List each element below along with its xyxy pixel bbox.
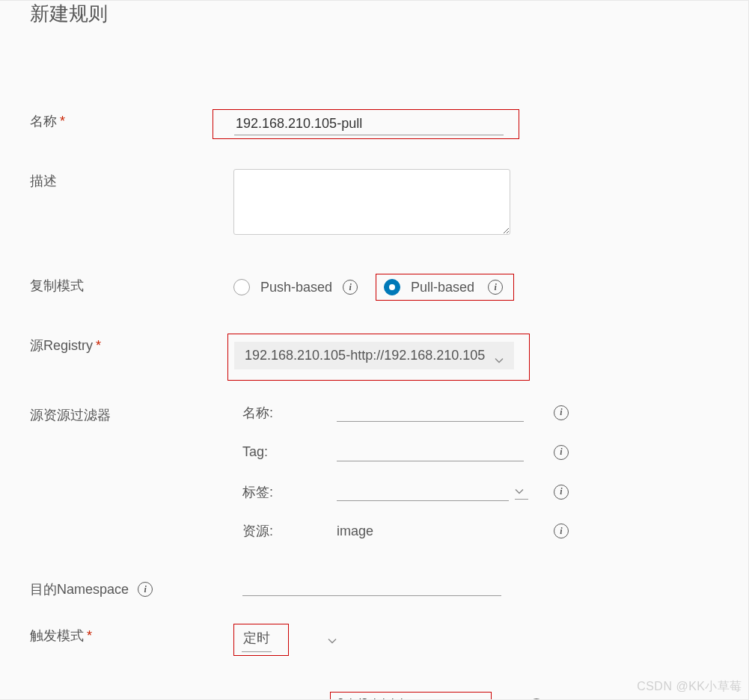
radio-circle-push: [233, 279, 250, 295]
row-name: 名称*: [30, 109, 718, 139]
filter-tag-input[interactable]: [337, 443, 524, 461]
filter-label-input[interactable]: [337, 482, 509, 501]
row-trigger: 触发模式* 定时 Cron String * i: [30, 624, 718, 700]
radio-label-pull: Pull-based: [411, 280, 474, 295]
info-icon[interactable]: i: [554, 445, 569, 460]
filter-row-tag: Tag: i: [242, 443, 718, 461]
source-registry-value: 192.168.210.105-http://192.168.210.105: [245, 348, 485, 363]
filter-name-input[interactable]: [337, 403, 524, 422]
filter-resource-value: image: [337, 524, 373, 539]
radio-push-based[interactable]: Push-based i: [233, 279, 358, 295]
chevron-down-icon[interactable]: [328, 633, 337, 647]
row-description: 描述: [30, 169, 718, 238]
filter-row-label: 标签: i: [242, 482, 718, 501]
chevron-down-icon: [495, 351, 504, 360]
label-name: 名称*: [30, 109, 233, 130]
label-replication-mode: 复制模式: [30, 274, 233, 295]
filter-label-name: 名称:: [242, 404, 337, 422]
chevron-down-icon[interactable]: [515, 485, 528, 500]
highlight-source-registry: 192.168.210.105-http://192.168.210.105: [227, 334, 530, 381]
trigger-select[interactable]: 定时: [242, 627, 272, 652]
page-title: 新建规则: [30, 1, 718, 27]
filter-label-resource: 资源:: [242, 522, 337, 540]
radio-circle-pull: [384, 279, 400, 295]
cron-input[interactable]: [334, 695, 488, 700]
row-source-registry: 源Registry* 192.168.210.105-http://192.16…: [30, 334, 718, 381]
filter-row-name: 名称: i: [242, 403, 718, 422]
row-replication-mode: 复制模式 Push-based i Pull-based i: [30, 274, 718, 301]
required-marker: *: [87, 628, 92, 643]
dest-namespace-input[interactable]: [242, 577, 501, 596]
info-icon[interactable]: i: [554, 524, 569, 538]
highlight-trigger: 定时: [233, 624, 289, 656]
label-description: 描述: [30, 169, 233, 190]
required-marker: *: [96, 338, 101, 353]
filter-label-tag: Tag:: [242, 444, 337, 460]
row-dest-namespace: 目的Namespace i: [30, 577, 718, 598]
required-marker: *: [60, 114, 65, 129]
radio-label-push: Push-based: [260, 280, 332, 295]
info-icon[interactable]: i: [554, 405, 569, 420]
name-input[interactable]: [234, 113, 504, 135]
filter-label-label: 标签:: [242, 483, 337, 501]
info-icon[interactable]: i: [343, 280, 358, 295]
highlight-name: [213, 109, 519, 139]
info-icon[interactable]: i: [138, 582, 153, 597]
label-dest-namespace: 目的Namespace i: [30, 577, 233, 598]
label-source-registry: 源Registry*: [30, 334, 233, 354]
highlight-cron: [330, 692, 492, 700]
info-icon[interactable]: i: [554, 485, 569, 500]
info-icon[interactable]: i: [488, 280, 503, 295]
watermark: CSDN @KK小草莓: [637, 679, 742, 695]
label-trigger: 触发模式*: [30, 624, 233, 645]
label-source-filter: 源资源过滤器: [30, 403, 233, 424]
radio-pull-based[interactable]: Pull-based: [384, 279, 474, 295]
highlight-pull: Pull-based i: [376, 274, 514, 301]
source-registry-select[interactable]: 192.168.210.105-http://192.168.210.105: [234, 342, 514, 369]
row-source-filter: 源资源过滤器 名称: i Tag: i 标签:: [30, 403, 718, 540]
description-textarea[interactable]: [233, 169, 510, 235]
filter-row-resource: 资源: image i: [242, 522, 718, 540]
